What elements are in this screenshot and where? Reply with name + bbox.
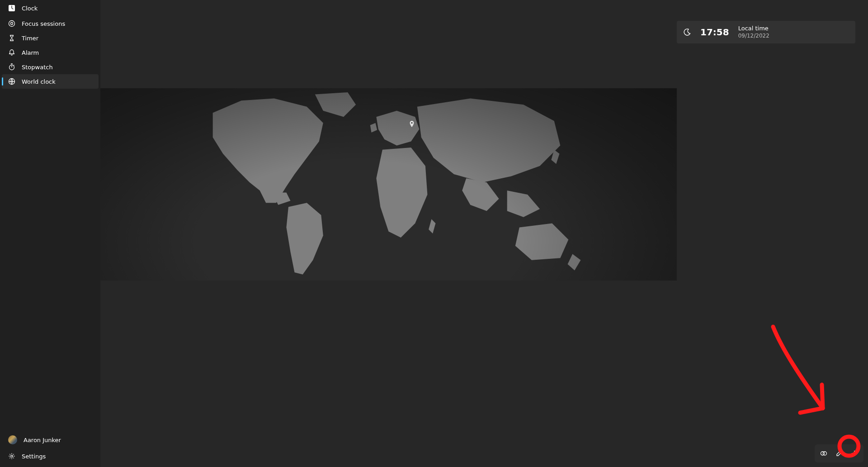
svg-point-10 <box>411 122 413 124</box>
annotation-arrow <box>746 322 859 458</box>
add-clock-button[interactable] <box>847 446 862 461</box>
svg-point-6 <box>11 23 13 25</box>
stopwatch-icon <box>8 63 15 71</box>
sidebar-item-timer[interactable]: Timer <box>2 31 99 45</box>
sidebar-item-settings[interactable]: Settings <box>2 448 99 464</box>
sidebar-item-stopwatch[interactable]: Stopwatch <box>2 60 99 74</box>
svg-point-5 <box>9 21 15 27</box>
local-time-card[interactable]: 17:58 Local time 09/12/2022 <box>677 21 855 43</box>
sidebar-item-label: Stopwatch <box>22 64 53 71</box>
sidebar-user[interactable]: Aaron Junker <box>2 432 99 448</box>
svg-point-12 <box>823 452 827 455</box>
svg-point-9 <box>11 455 13 457</box>
gear-icon <box>8 453 15 460</box>
avatar <box>8 435 17 444</box>
world-map-svg <box>100 88 677 281</box>
sidebar-item-label: Timer <box>22 35 38 42</box>
hourglass-icon <box>8 34 15 42</box>
focus-icon <box>8 20 15 27</box>
local-time-date: 09/12/2022 <box>738 33 769 39</box>
sidebar-item-label: World clock <box>22 78 56 85</box>
user-name: Aaron Junker <box>24 437 61 443</box>
map-pin-icon <box>409 121 415 127</box>
main-content: 17:58 Local time 09/12/2022 <box>100 0 868 467</box>
bell-icon <box>8 49 15 56</box>
compare-clocks-button[interactable] <box>816 446 831 461</box>
settings-label: Settings <box>22 453 46 460</box>
sidebar-item-focus-sessions[interactable]: Focus sessions <box>2 16 99 31</box>
sidebar-item-label: Focus sessions <box>22 20 65 27</box>
local-time-label: Local time <box>738 25 769 32</box>
action-bar <box>815 444 863 462</box>
local-time-text: Local time 09/12/2022 <box>738 25 769 39</box>
night-icon <box>683 28 691 36</box>
sidebar: Clock Focus sessions Timer Alarm Stopwat… <box>0 0 100 467</box>
globe-icon <box>8 78 15 85</box>
edit-clocks-button[interactable] <box>832 446 846 461</box>
sidebar-item-world-clock[interactable]: World clock <box>2 74 99 89</box>
app-title: Clock <box>2 2 99 14</box>
local-time-value: 17:58 <box>700 27 729 38</box>
sidebar-item-label: Alarm <box>22 49 39 56</box>
sidebar-item-alarm[interactable]: Alarm <box>2 45 99 60</box>
clock-app-icon <box>8 5 15 12</box>
app-title-label: Clock <box>22 5 38 12</box>
world-map[interactable] <box>100 88 677 281</box>
